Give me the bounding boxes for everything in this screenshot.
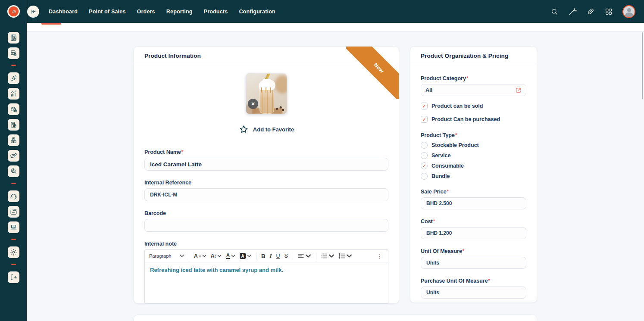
nav-configuration[interactable]: Configuration [239, 9, 275, 15]
product-type-label: Product Type* [421, 132, 526, 138]
card-header-divider [410, 64, 537, 64]
chevron-down-icon [180, 254, 184, 258]
font-color-dropdown[interactable]: A [224, 252, 237, 260]
underline-button[interactable]: U [275, 252, 282, 260]
bold-button[interactable]: B [259, 252, 267, 260]
nav-products[interactable]: Products [204, 9, 228, 15]
barcode-label: Barcode [144, 210, 388, 216]
checkbox-icon: ✓ [421, 116, 428, 123]
highlight-color-dropdown[interactable]: A [238, 252, 253, 260]
chevron-down-icon [202, 254, 206, 258]
external-link-icon[interactable] [515, 87, 522, 93]
product-image[interactable]: ✕ [246, 73, 287, 114]
product-category-input[interactable] [425, 84, 515, 96]
chevron-down-icon [247, 254, 251, 258]
editor-toolbar: Paragraph A≡ A↕ A [145, 250, 388, 262]
sidebar-divider [11, 239, 16, 240]
product-name-label: Product Name* [144, 149, 388, 155]
overflow-menu-button[interactable]: ⋮ [374, 252, 385, 259]
sale-price-field: Sale Price* [421, 189, 526, 209]
top-navbar: Dashboard Point of Sales Orders Reportin… [0, 0, 644, 23]
paragraph-style-dropdown[interactable]: Paragraph [147, 252, 186, 259]
radio-icon: ✓ [421, 162, 428, 169]
barcode-input[interactable] [144, 219, 388, 232]
italic-button[interactable]: I [268, 252, 274, 260]
cost-input[interactable] [421, 227, 526, 239]
nav-point-of-sales[interactable]: Point of Sales [89, 9, 125, 15]
product-name-input[interactable] [144, 158, 388, 171]
customer-search-icon[interactable] [8, 165, 19, 177]
sidebar-divider [11, 264, 16, 265]
internal-reference-label: Internal Reference [144, 180, 388, 186]
purchase-unit-of-measure-input[interactable] [421, 287, 526, 299]
radio-stockable-product[interactable]: ✓ Stockable Product [421, 142, 526, 149]
checkbox-can-be-sold[interactable]: ✓ Product can be sold [421, 103, 526, 109]
checkbox-icon: ✓ [421, 103, 428, 109]
font-family-dropdown[interactable]: A≡ [192, 252, 208, 260]
service-icon[interactable] [8, 72, 19, 84]
favorite-label: Add to Favorite [253, 126, 294, 133]
pill-icon[interactable] [586, 7, 595, 16]
apps-grid-icon[interactable] [604, 7, 613, 16]
product-organization-pricing-card: Product Organization & Pricing Product C… [410, 46, 537, 303]
sale-price-input[interactable] [421, 197, 526, 209]
support-headset-icon[interactable] [8, 190, 19, 202]
pos-calculator-icon[interactable] [8, 47, 19, 59]
session-screen-icon[interactable] [8, 221, 19, 233]
nav-orders[interactable]: Orders [137, 9, 155, 15]
nav-reporting[interactable]: Reporting [166, 9, 193, 15]
logout-icon[interactable] [8, 271, 19, 283]
sidebar-divider [11, 65, 16, 66]
left-sidebar [0, 23, 27, 321]
radio-service[interactable]: ✓ Service [421, 152, 526, 159]
numbered-list-dropdown[interactable] [319, 252, 336, 259]
order-list-icon[interactable] [8, 119, 19, 131]
unit-of-measure-input[interactable] [421, 257, 526, 269]
card-title-pricing: Product Organization & Pricing [410, 47, 537, 64]
card-header-divider [134, 64, 399, 64]
star-icon [239, 125, 249, 134]
vertical-scrollbar[interactable] [642, 32, 643, 99]
internal-reference-field: Internal Reference [144, 180, 388, 201]
register-icon[interactable] [8, 32, 19, 44]
bulleted-list-dropdown[interactable] [337, 252, 354, 259]
chevron-down-icon [305, 253, 311, 259]
card-title-product-information: Product Information [134, 47, 399, 64]
search-icon[interactable] [550, 7, 559, 16]
purchase-unit-of-measure-field: Purchase Unit Of Measure* [421, 278, 526, 299]
sidebar-collapse-button[interactable] [27, 6, 39, 18]
inventory-icon[interactable] [8, 134, 19, 146]
secondary-toolbar [27, 23, 644, 31]
radio-icon: ✓ [421, 173, 428, 180]
unit-of-measure-field: Unit Of Measure* [421, 248, 526, 269]
checkbox-can-be-purchased[interactable]: ✓ Product Can be purchased [421, 116, 526, 123]
topbar-actions [550, 5, 635, 18]
documents-icon[interactable] [8, 206, 19, 218]
radio-icon: ✓ [421, 142, 428, 149]
collapse-left-icon [30, 9, 36, 15]
app-logo[interactable] [7, 5, 20, 18]
product-category-label: Product Category* [421, 75, 526, 81]
alignment-dropdown[interactable] [296, 252, 313, 259]
product-add-icon[interactable] [8, 103, 19, 115]
internal-note-content[interactable]: Refreshing iced latte with caramel syrup… [145, 262, 388, 303]
settings-gear-icon[interactable] [8, 246, 19, 258]
add-to-favorite-button[interactable]: Add to Favorite [144, 125, 388, 134]
avatar-head [627, 8, 631, 12]
internal-reference-input[interactable] [144, 188, 388, 201]
required-asterisk: * [181, 149, 183, 154]
magic-wand-icon[interactable] [568, 7, 577, 16]
font-size-dropdown[interactable]: A↕ [209, 252, 224, 260]
nav-dashboard[interactable]: Dashboard [49, 9, 78, 15]
analytics-icon[interactable] [8, 88, 19, 100]
product-information-card: New Product Information ✕ [134, 46, 399, 304]
product-category-field: Product Category* [421, 75, 526, 96]
strikethrough-button[interactable]: S [283, 252, 290, 260]
payment-icon[interactable] [8, 150, 19, 162]
product-name-field: Product Name* [144, 149, 388, 171]
user-avatar[interactable] [622, 5, 635, 18]
radio-bundle[interactable]: ✓ Bundle [421, 173, 526, 180]
radio-consumable[interactable]: ✓ Consumable [421, 162, 526, 169]
remove-image-button[interactable]: ✕ [248, 99, 258, 109]
sidebar-divider [11, 183, 16, 184]
